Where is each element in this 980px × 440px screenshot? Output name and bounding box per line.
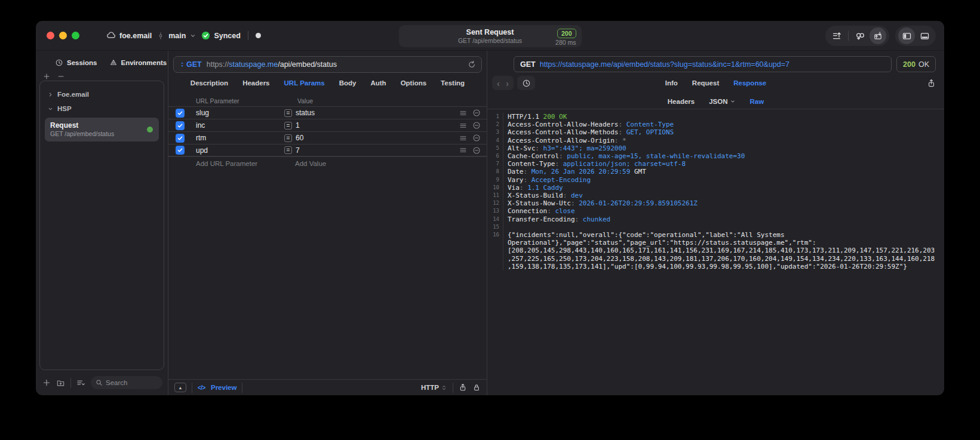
request-method[interactable]: GET bbox=[186, 60, 202, 69]
tab-description[interactable]: Description bbox=[191, 79, 228, 87]
history-clock-icon[interactable] bbox=[517, 76, 535, 90]
param-name[interactable]: upd bbox=[196, 146, 284, 155]
tab-environments[interactable]: Environments bbox=[109, 59, 167, 67]
bottom-separator bbox=[70, 378, 71, 388]
tree-item-foe-email[interactable]: Foe.email bbox=[45, 87, 159, 101]
param-row-rtm: rtm=60 bbox=[168, 131, 487, 144]
remove-circle-icon[interactable] bbox=[472, 121, 481, 130]
new-folder-icon[interactable] bbox=[56, 379, 65, 387]
line-text bbox=[503, 223, 944, 231]
request-status-pill[interactable]: Sent Request GET /api/embed/status 200 2… bbox=[399, 25, 582, 47]
sync-status[interactable]: Synced bbox=[201, 31, 240, 40]
tab-url-params[interactable]: URL Params bbox=[284, 79, 325, 87]
forward-icon[interactable]: › bbox=[506, 78, 509, 88]
protocol-select[interactable]: HTTP bbox=[421, 384, 447, 391]
collapse-panel-icon[interactable]: ▲ bbox=[174, 383, 186, 392]
response-line: 13Connection: close bbox=[487, 207, 944, 215]
share-icon[interactable] bbox=[459, 383, 467, 392]
zoom-window-button[interactable] bbox=[72, 32, 79, 39]
line-text: {"incidents":null,"overall":{"code":"ope… bbox=[503, 231, 944, 270]
param-name[interactable]: inc bbox=[196, 121, 284, 130]
minimize-window-button[interactable] bbox=[59, 32, 67, 39]
response-tab-request[interactable]: Request bbox=[692, 79, 719, 87]
back-icon[interactable]: ‹ bbox=[497, 78, 500, 88]
branch-menu[interactable]: main bbox=[156, 32, 196, 40]
param-value[interactable]: 1 bbox=[296, 121, 300, 130]
tree-item-hsp[interactable]: HSP bbox=[45, 101, 159, 116]
response-pane: GET https://statuspage.me/api/embed/stat… bbox=[487, 51, 944, 395]
reorder-lines-icon[interactable] bbox=[459, 122, 467, 130]
environments-label: Environments bbox=[121, 59, 167, 66]
response-subtab-json[interactable]: JSON bbox=[709, 98, 735, 105]
response-subtab-raw[interactable]: Raw bbox=[750, 98, 764, 105]
method-stepper-icon[interactable] bbox=[179, 61, 185, 68]
request-url-bar[interactable]: GET https://statuspage.me/api/embed/stat… bbox=[173, 56, 482, 73]
preview-button[interactable]: Preview bbox=[211, 384, 236, 391]
lock-icon[interactable] bbox=[472, 383, 481, 392]
import-box-icon[interactable] bbox=[870, 27, 886, 44]
equals-icon: = bbox=[284, 122, 292, 130]
toggle-bottom-panel-icon[interactable] bbox=[916, 27, 933, 44]
add-request-icon[interactable] bbox=[42, 379, 51, 387]
chevron-down-icon bbox=[730, 99, 736, 104]
param-name[interactable]: slug bbox=[196, 109, 284, 117]
line-number: 9 bbox=[487, 176, 503, 184]
tab-headers[interactable]: Headers bbox=[242, 79, 269, 87]
tab-testing[interactable]: Testing bbox=[441, 79, 465, 87]
param-name[interactable]: rtm bbox=[196, 134, 284, 142]
response-line: 11X-Status-Build: dev bbox=[487, 192, 944, 199]
close-window-button[interactable] bbox=[47, 32, 54, 39]
add-value[interactable]: Add Value bbox=[295, 160, 326, 167]
param-value[interactable]: status bbox=[296, 109, 315, 117]
synced-check-icon bbox=[201, 31, 210, 40]
tree-item-request-selected[interactable]: Request GET /api/embed/status bbox=[45, 118, 159, 141]
param-checkbox[interactable] bbox=[176, 134, 185, 143]
sync-loop-icon[interactable] bbox=[852, 27, 868, 44]
duration-label: 280 ms bbox=[555, 39, 576, 46]
sidebar-tabs: Sessions Environments bbox=[55, 56, 168, 70]
param-checkbox[interactable] bbox=[176, 146, 185, 155]
add-url-parameter[interactable]: Add URL Parameter bbox=[196, 160, 295, 167]
line-number: 12 bbox=[487, 199, 503, 207]
tab-options[interactable]: Options bbox=[401, 79, 426, 87]
line-text: Access-Control-Allow-Origin: * bbox=[503, 137, 944, 144]
remove-circle-icon[interactable] bbox=[472, 109, 481, 117]
sent-request-url-box[interactable]: GET https://statuspage.me/api/embed/stat… bbox=[514, 56, 892, 72]
toggle-sidebar-icon[interactable] bbox=[898, 27, 915, 44]
add-param-row[interactable]: Add URL Parameter Add Value bbox=[168, 156, 487, 170]
reorder-lines-icon[interactable] bbox=[459, 134, 467, 142]
response-body[interactable]: 1HTTP/1.1 200 OK2Access-Control-Allow-He… bbox=[487, 109, 944, 395]
export-lines-icon[interactable] bbox=[828, 27, 845, 44]
project-menu[interactable]: foe.email bbox=[106, 30, 152, 41]
param-checkbox[interactable] bbox=[176, 121, 185, 130]
line-number: 6 bbox=[487, 152, 503, 160]
share-response-icon[interactable] bbox=[927, 79, 936, 88]
list-options-icon[interactable] bbox=[76, 379, 85, 387]
response-tab-response[interactable]: Response bbox=[733, 79, 766, 87]
sidebar-search[interactable] bbox=[91, 376, 162, 389]
cloud-icon bbox=[106, 30, 116, 41]
param-value[interactable]: 7 bbox=[296, 146, 300, 155]
param-checkbox[interactable] bbox=[176, 109, 185, 118]
remove-circle-icon[interactable] bbox=[472, 146, 481, 155]
record-dot-icon[interactable] bbox=[256, 33, 261, 38]
reorder-lines-icon[interactable] bbox=[459, 109, 467, 117]
remove-circle-icon[interactable] bbox=[472, 134, 481, 142]
line-text: Alt-Svc: h3=":443"; ma=2592000 bbox=[503, 144, 944, 152]
request-actions-group bbox=[825, 26, 889, 46]
refresh-icon[interactable] bbox=[468, 60, 476, 69]
param-value[interactable]: 60 bbox=[296, 134, 303, 142]
tab-body[interactable]: Body bbox=[339, 79, 357, 87]
search-input[interactable] bbox=[106, 379, 158, 386]
response-subtab-headers[interactable]: Headers bbox=[668, 98, 695, 105]
remove-session-icon[interactable] bbox=[57, 73, 64, 80]
tab-auth[interactable]: Auth bbox=[370, 79, 386, 87]
response-line: 9Vary: Accept-Encoding bbox=[487, 176, 944, 184]
titlebar-actions bbox=[825, 26, 936, 46]
line-number: 15 bbox=[487, 223, 503, 231]
tab-sessions[interactable]: Sessions bbox=[55, 59, 97, 67]
reorder-lines-icon[interactable] bbox=[459, 146, 467, 154]
add-session-icon[interactable] bbox=[43, 73, 50, 80]
line-number: 2 bbox=[487, 121, 503, 128]
response-tab-info[interactable]: Info bbox=[665, 79, 678, 87]
